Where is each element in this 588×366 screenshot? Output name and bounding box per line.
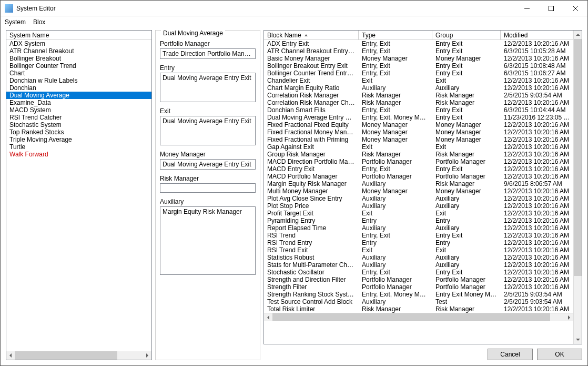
list-item[interactable]: ADX System [6,40,151,47]
scroll-left-icon[interactable] [264,313,272,321]
table-cell: Auxiliary [432,84,501,92]
exit-field[interactable]: Dual Moving Average Entry Exit [160,116,256,145]
blocks-vscroll[interactable] [573,31,582,344]
list-item[interactable]: Dual Moving Average [6,92,151,99]
table-cell: 6/3/2015 10:05:28 AM [501,47,573,55]
minimize-button[interactable] [515,1,539,16]
list-item[interactable]: Stochastic System [6,121,151,128]
table-cell: Multi Money Manager [264,187,359,195]
list-item[interactable]: RSI Trend Catcher [6,114,151,121]
table-row[interactable]: Report Elapsed TimeAuxiliaryAuxiliary12/… [264,224,573,232]
table-row[interactable]: Profit Target ExitExitExit12/2/2013 10:2… [264,210,573,217]
scroll-up-icon[interactable] [574,31,582,39]
list-item[interactable]: Bollinger Counter Trend [6,62,151,70]
table-row[interactable]: Strength Ranking Stock SystemEntry, Exit… [264,291,573,298]
table-row[interactable]: ATR Channel Breakout Entry ExitEntry, Ex… [264,47,573,55]
list-item[interactable]: Top Ranked Stocks [6,128,151,136]
table-cell: Group Risk Manager [264,151,359,158]
scroll-down-icon[interactable] [574,335,582,344]
table-cell: Plot Stop Price [264,202,359,210]
list-item[interactable]: Donchian w Rule Labels [6,77,151,84]
portfolio-manager-field[interactable]: Trade Direction Portfolio Mana... [160,48,256,59]
list-item[interactable]: Examine_Data [6,99,151,106]
table-cell: 12/2/2013 10:20:16 AM [501,276,573,283]
table-row[interactable]: Total Risk LimiterRisk ManagerRisk Manag… [264,305,573,313]
table-row[interactable]: Pyramiding EntryEntryEntry12/2/2013 10:2… [264,217,573,224]
table-row[interactable]: Fixed Fractional Money ManagerMoney Mana… [264,128,573,136]
list-item[interactable]: Walk Forward [6,151,151,158]
table-row[interactable]: Test Source Control Add BlockAuxiliaryTe… [264,298,573,305]
table-row[interactable]: Dual Moving Average Entry ExitEntry, Exi… [264,114,573,121]
table-row[interactable]: Basic Money ManagerMoney ManagerMoney Ma… [264,55,573,62]
list-item[interactable]: ATR Channel Breakout [6,47,151,55]
blocks-hscroll[interactable] [264,313,573,321]
table-cell: Auxiliary [359,224,432,232]
table-cell: Stochastic Oscillator [264,269,359,276]
table-cell: Auxiliary [432,202,501,210]
table-row[interactable]: MACD Portfolio ManagerPortfolio ManagerP… [264,173,573,180]
table-row[interactable]: Group Risk ManagerRisk ManagerRisk Manag… [264,151,573,158]
table-row[interactable]: RSI Trend ExitExitExit12/2/2013 10:20:16… [264,246,573,254]
table-row[interactable]: ADX Entry ExitEntry, ExitEntry Exit12/2/… [264,40,573,47]
close-button[interactable] [563,1,587,16]
list-item[interactable]: Chart [6,70,151,77]
table-row[interactable]: Donchian Smart FillsEntry, ExitEntry Exi… [264,106,573,114]
table-cell: Risk Manager [359,305,432,313]
system-list-hscroll[interactable] [6,351,151,360]
table-row[interactable]: Margin Equity Risk ManagerAuxiliaryRisk … [264,180,573,187]
table-row[interactable]: Bollinger Breakout Entry ExitEntry, Exit… [264,62,573,70]
table-cell: Auxiliary [359,202,432,210]
table-cell: Entry Exit [432,114,501,121]
list-item[interactable]: Turtle [6,143,151,151]
menu-system[interactable]: System [5,18,26,26]
table-cell: Money Manager [432,136,501,143]
table-row[interactable]: MACD Entry ExitEntry, ExitEntry Exit12/2… [264,165,573,173]
list-item[interactable]: MACD System [6,106,151,114]
col-block-name[interactable]: Block Name [264,31,359,39]
list-item[interactable]: Triple Moving Average [6,136,151,143]
scroll-right-icon[interactable] [565,313,573,321]
scroll-right-icon[interactable] [143,351,151,360]
col-modified[interactable]: Modified [501,31,573,39]
menu-blox[interactable]: Blox [33,18,45,26]
list-item[interactable]: Donchian [6,84,151,92]
table-row[interactable]: Fixed Fractional with PrimingMoney Manag… [264,136,573,143]
blocks-body[interactable]: ADX Entry ExitEntry, ExitEntry Exit12/2/… [264,40,573,313]
table-row[interactable]: Chart Margin Equity RatioAuxiliaryAuxili… [264,84,573,92]
table-cell: 12/2/2013 10:20:16 AM [501,128,573,136]
entry-field[interactable]: Dual Moving Average Entry Exit [160,73,256,102]
col-type[interactable]: Type [359,31,432,39]
cancel-button[interactable]: Cancel [488,349,533,360]
table-row[interactable]: Gap Against ExitExitExit12/2/2013 10:20:… [264,143,573,151]
scroll-left-icon[interactable] [6,351,15,360]
table-row[interactable]: Statistics RobustAuxiliaryAuxiliary12/2/… [264,254,573,261]
table-row[interactable]: Plot Avg Close Since EntryAuxiliaryAuxil… [264,195,573,202]
table-row[interactable]: Chandelier ExitExitExit12/2/2013 10:20:1… [264,77,573,84]
table-row[interactable]: RSI TrendEntry, ExitEntry Exit12/2/2013 … [264,232,573,239]
ok-button[interactable]: OK [537,349,582,360]
table-cell: Pyramiding Entry [264,217,359,224]
table-row[interactable]: Plot Stop PriceAuxiliaryAuxiliary12/2/20… [264,202,573,210]
table-cell: Portfolio Manager [359,173,432,180]
maximize-button[interactable] [539,1,563,16]
table-cell: Portfolio Manager [432,283,501,291]
list-item[interactable]: Bollinger Breakout [6,55,151,62]
table-row[interactable]: Correlation Risk Manager Check FillsRisk… [264,99,573,106]
table-row[interactable]: RSI Trend EntryEntryEntry12/2/2013 10:20… [264,239,573,246]
risk-manager-field[interactable] [160,183,256,193]
col-group[interactable]: Group [432,31,501,39]
system-list-header[interactable]: System Name [6,31,151,40]
table-cell: 12/2/2013 10:20:16 AM [501,55,573,62]
table-row[interactable]: Strength FilterPortfolio ManagerPortfoli… [264,283,573,291]
system-list[interactable]: ADX SystemATR Channel BreakoutBollinger … [6,40,151,351]
table-row[interactable]: Stats for Multi-Parameter ChartsAuxiliar… [264,261,573,269]
table-row[interactable]: Stochastic OscillatorEntry, ExitEntry Ex… [264,269,573,276]
money-manager-field[interactable]: Dual Moving Average Entry Exit [160,159,256,170]
table-row[interactable]: Bollinger Counter Trend Entry ExitEntry,… [264,70,573,77]
table-row[interactable]: Strength and Direction FilterPortfolio M… [264,276,573,283]
auxiliary-field[interactable]: Margin Equity Risk Manager [160,206,256,275]
table-row[interactable]: Fixed Fractional Fixed EquityMoney Manag… [264,121,573,128]
table-row[interactable]: Correlation Risk ManagerRisk ManagerRisk… [264,92,573,99]
table-row[interactable]: Multi Money ManagerMoney ManagerMoney Ma… [264,187,573,195]
table-row[interactable]: MACD Direction Portfolio ManagerPortfoli… [264,158,573,165]
